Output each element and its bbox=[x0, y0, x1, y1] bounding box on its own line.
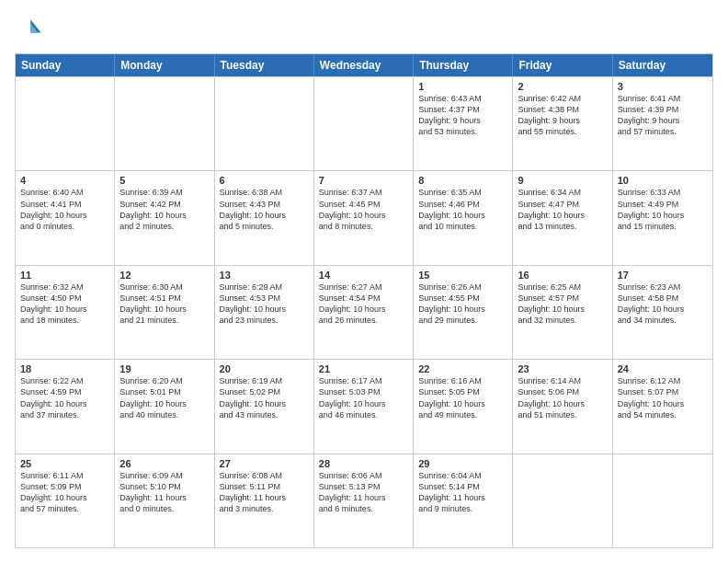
day-number: 6 bbox=[220, 175, 309, 186]
day-number: 29 bbox=[418, 458, 507, 469]
day-info: Sunrise: 6:17 AM Sunset: 5:03 PM Dayligh… bbox=[319, 375, 408, 420]
day-info: Sunrise: 6:30 AM Sunset: 4:51 PM Dayligh… bbox=[119, 282, 209, 327]
day-number: 7 bbox=[319, 175, 408, 186]
day-info: Sunrise: 6:26 AM Sunset: 4:55 PM Dayligh… bbox=[418, 282, 507, 327]
day-number: 9 bbox=[518, 175, 607, 186]
cal-cell: 22Sunrise: 6:16 AM Sunset: 5:05 PM Dayli… bbox=[414, 360, 513, 453]
day-number: 24 bbox=[618, 363, 708, 374]
day-info: Sunrise: 6:04 AM Sunset: 5:14 PM Dayligh… bbox=[418, 470, 507, 515]
cal-cell bbox=[115, 77, 214, 170]
header-day-sunday: Sunday bbox=[16, 54, 115, 76]
day-info: Sunrise: 6:23 AM Sunset: 4:58 PM Dayligh… bbox=[618, 282, 708, 327]
day-number: 1 bbox=[418, 81, 507, 92]
day-info: Sunrise: 6:42 AM Sunset: 4:38 PM Dayligh… bbox=[518, 93, 607, 138]
page: SundayMondayTuesdayWednesdayThursdayFrid… bbox=[0, 0, 728, 563]
cal-cell bbox=[314, 77, 414, 170]
logo-icon bbox=[17, 15, 42, 40]
cal-cell: 15Sunrise: 6:26 AM Sunset: 4:55 PM Dayli… bbox=[414, 266, 513, 359]
day-number: 8 bbox=[418, 175, 507, 186]
day-info: Sunrise: 6:43 AM Sunset: 4:37 PM Dayligh… bbox=[418, 93, 507, 138]
cal-cell: 25Sunrise: 6:11 AM Sunset: 5:09 PM Dayli… bbox=[16, 454, 115, 547]
logo bbox=[15, 15, 42, 44]
day-info: Sunrise: 6:20 AM Sunset: 5:01 PM Dayligh… bbox=[119, 375, 209, 420]
cal-cell: 11Sunrise: 6:32 AM Sunset: 4:50 PM Dayli… bbox=[16, 266, 115, 359]
day-info: Sunrise: 6:08 AM Sunset: 5:11 PM Dayligh… bbox=[220, 470, 309, 515]
cal-cell: 7Sunrise: 6:37 AM Sunset: 4:45 PM Daylig… bbox=[314, 171, 414, 264]
cal-cell: 4Sunrise: 6:40 AM Sunset: 4:41 PM Daylig… bbox=[16, 171, 115, 264]
calendar-header: SundayMondayTuesdayWednesdayThursdayFrid… bbox=[16, 54, 712, 76]
day-number: 11 bbox=[20, 270, 109, 281]
cal-cell bbox=[16, 77, 115, 170]
day-number: 16 bbox=[518, 270, 607, 281]
day-number: 14 bbox=[319, 270, 408, 281]
cal-cell: 28Sunrise: 6:06 AM Sunset: 5:13 PM Dayli… bbox=[314, 454, 414, 547]
day-info: Sunrise: 6:38 AM Sunset: 4:43 PM Dayligh… bbox=[220, 187, 309, 232]
cal-cell: 5Sunrise: 6:39 AM Sunset: 4:42 PM Daylig… bbox=[115, 171, 214, 264]
cal-cell: 1Sunrise: 6:43 AM Sunset: 4:37 PM Daylig… bbox=[414, 77, 513, 170]
day-info: Sunrise: 6:12 AM Sunset: 5:07 PM Dayligh… bbox=[618, 375, 708, 420]
day-number: 25 bbox=[20, 458, 109, 469]
cal-cell: 2Sunrise: 6:42 AM Sunset: 4:38 PM Daylig… bbox=[513, 77, 612, 170]
day-info: Sunrise: 6:40 AM Sunset: 4:41 PM Dayligh… bbox=[20, 187, 109, 232]
cal-cell bbox=[215, 77, 314, 170]
day-number: 17 bbox=[618, 270, 708, 281]
day-info: Sunrise: 6:37 AM Sunset: 4:45 PM Dayligh… bbox=[319, 187, 408, 232]
day-number: 28 bbox=[319, 458, 408, 469]
day-number: 23 bbox=[518, 363, 607, 374]
header-day-friday: Friday bbox=[513, 54, 612, 76]
day-number: 21 bbox=[319, 363, 408, 374]
day-info: Sunrise: 6:33 AM Sunset: 4:49 PM Dayligh… bbox=[618, 187, 708, 232]
day-number: 22 bbox=[418, 363, 507, 374]
header-day-tuesday: Tuesday bbox=[215, 54, 314, 76]
day-info: Sunrise: 6:29 AM Sunset: 4:53 PM Dayligh… bbox=[220, 282, 309, 327]
cal-cell: 23Sunrise: 6:14 AM Sunset: 5:06 PM Dayli… bbox=[513, 360, 612, 453]
day-info: Sunrise: 6:25 AM Sunset: 4:57 PM Dayligh… bbox=[518, 282, 607, 327]
day-number: 15 bbox=[418, 270, 507, 281]
week-row-1: 1Sunrise: 6:43 AM Sunset: 4:37 PM Daylig… bbox=[16, 76, 712, 170]
cal-cell bbox=[513, 454, 612, 547]
day-number: 5 bbox=[119, 175, 209, 186]
day-info: Sunrise: 6:19 AM Sunset: 5:02 PM Dayligh… bbox=[220, 375, 309, 420]
header-day-wednesday: Wednesday bbox=[314, 54, 414, 76]
day-info: Sunrise: 6:22 AM Sunset: 4:59 PM Dayligh… bbox=[20, 375, 109, 420]
day-number: 19 bbox=[119, 363, 209, 374]
cal-cell: 12Sunrise: 6:30 AM Sunset: 4:51 PM Dayli… bbox=[115, 266, 214, 359]
day-info: Sunrise: 6:32 AM Sunset: 4:50 PM Dayligh… bbox=[20, 282, 109, 327]
cal-cell: 10Sunrise: 6:33 AM Sunset: 4:49 PM Dayli… bbox=[613, 171, 712, 264]
day-info: Sunrise: 6:34 AM Sunset: 4:47 PM Dayligh… bbox=[518, 187, 607, 232]
cal-cell: 3Sunrise: 6:41 AM Sunset: 4:39 PM Daylig… bbox=[613, 77, 712, 170]
week-row-3: 11Sunrise: 6:32 AM Sunset: 4:50 PM Dayli… bbox=[16, 265, 712, 359]
day-number: 4 bbox=[20, 175, 109, 186]
cal-cell: 24Sunrise: 6:12 AM Sunset: 5:07 PM Dayli… bbox=[613, 360, 712, 453]
day-number: 20 bbox=[220, 363, 309, 374]
header bbox=[15, 15, 713, 44]
cal-cell: 20Sunrise: 6:19 AM Sunset: 5:02 PM Dayli… bbox=[215, 360, 314, 453]
cal-cell: 9Sunrise: 6:34 AM Sunset: 4:47 PM Daylig… bbox=[513, 171, 612, 264]
cal-cell: 13Sunrise: 6:29 AM Sunset: 4:53 PM Dayli… bbox=[215, 266, 314, 359]
cal-cell: 6Sunrise: 6:38 AM Sunset: 4:43 PM Daylig… bbox=[215, 171, 314, 264]
cal-cell bbox=[613, 454, 712, 547]
cal-cell: 17Sunrise: 6:23 AM Sunset: 4:58 PM Dayli… bbox=[613, 266, 712, 359]
cal-cell: 16Sunrise: 6:25 AM Sunset: 4:57 PM Dayli… bbox=[513, 266, 612, 359]
day-info: Sunrise: 6:06 AM Sunset: 5:13 PM Dayligh… bbox=[319, 470, 408, 515]
day-number: 18 bbox=[20, 363, 109, 374]
day-info: Sunrise: 6:27 AM Sunset: 4:54 PM Dayligh… bbox=[319, 282, 408, 327]
cal-cell: 8Sunrise: 6:35 AM Sunset: 4:46 PM Daylig… bbox=[414, 171, 513, 264]
week-row-5: 25Sunrise: 6:11 AM Sunset: 5:09 PM Dayli… bbox=[16, 454, 712, 547]
day-info: Sunrise: 6:11 AM Sunset: 5:09 PM Dayligh… bbox=[20, 470, 109, 515]
header-day-saturday: Saturday bbox=[613, 54, 712, 76]
header-day-monday: Monday bbox=[115, 54, 214, 76]
calendar-body: 1Sunrise: 6:43 AM Sunset: 4:37 PM Daylig… bbox=[16, 76, 712, 547]
week-row-2: 4Sunrise: 6:40 AM Sunset: 4:41 PM Daylig… bbox=[16, 170, 712, 264]
day-number: 2 bbox=[518, 81, 607, 92]
day-info: Sunrise: 6:09 AM Sunset: 5:10 PM Dayligh… bbox=[119, 470, 209, 515]
cal-cell: 18Sunrise: 6:22 AM Sunset: 4:59 PM Dayli… bbox=[16, 360, 115, 453]
cal-cell: 21Sunrise: 6:17 AM Sunset: 5:03 PM Dayli… bbox=[314, 360, 414, 453]
cal-cell: 29Sunrise: 6:04 AM Sunset: 5:14 PM Dayli… bbox=[414, 454, 513, 547]
week-row-4: 18Sunrise: 6:22 AM Sunset: 4:59 PM Dayli… bbox=[16, 359, 712, 453]
day-number: 27 bbox=[220, 458, 309, 469]
day-number: 26 bbox=[119, 458, 209, 469]
cal-cell: 27Sunrise: 6:08 AM Sunset: 5:11 PM Dayli… bbox=[215, 454, 314, 547]
day-number: 10 bbox=[618, 175, 708, 186]
day-number: 3 bbox=[618, 81, 708, 92]
